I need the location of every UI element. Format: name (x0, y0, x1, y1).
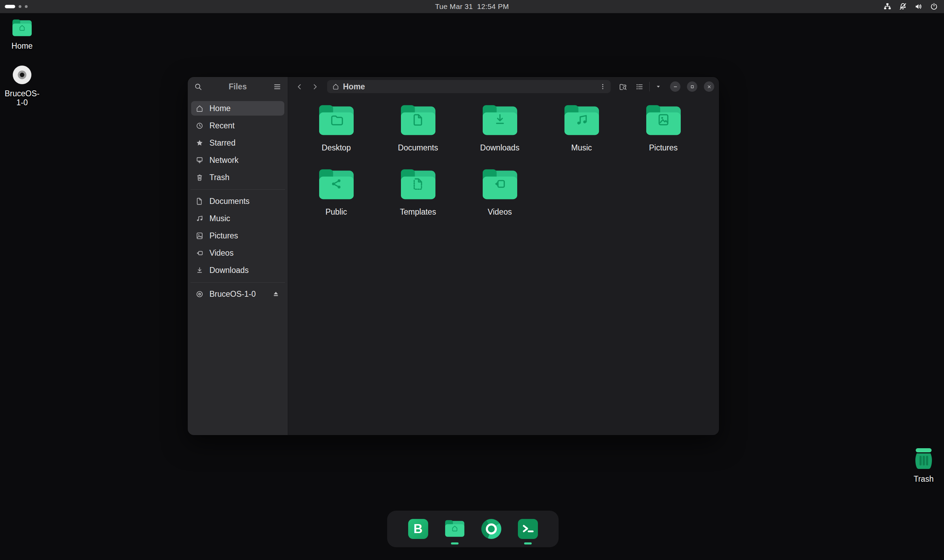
grid-item-public[interactable]: Public (295, 167, 377, 231)
list-view-button[interactable] (633, 80, 646, 93)
folder-folder-icon (317, 103, 357, 138)
desktop-icon-home[interactable]: Home (0, 18, 44, 50)
file-grid: Desktop Documents Downloads Music Pictur… (295, 103, 706, 231)
grid-item-label: Desktop (321, 143, 351, 152)
close-icon (706, 84, 712, 90)
desktop-icon-trash[interactable]: Trash (902, 448, 944, 483)
music-icon (195, 214, 204, 223)
top-bar: Tue Mar 31 12:54 PM (0, 0, 944, 13)
view-options-button[interactable] (653, 80, 664, 93)
sidebar-item-label: Recent (209, 121, 235, 131)
sidebar-item-pictures[interactable]: Pictures (191, 228, 284, 243)
notifications-muted-icon[interactable] (898, 2, 907, 11)
desktop: Tue Mar 31 12:54 PM Home BruceOS-1-0 (0, 0, 944, 560)
power-icon[interactable] (930, 2, 938, 11)
trash-full-icon (914, 448, 934, 472)
workspace-active-pill[interactable] (5, 5, 15, 8)
forward-button[interactable] (309, 80, 321, 93)
running-indicator (524, 542, 532, 545)
status-area[interactable] (883, 0, 941, 13)
sidebar-item-videos[interactable]: Videos (191, 246, 284, 260)
sidebar-item-label: Starred (209, 138, 235, 148)
back-button[interactable] (293, 80, 306, 93)
dock-item-bruceos-app[interactable]: B (408, 519, 428, 539)
disc-icon (195, 290, 204, 298)
desktop-icon-label: BruceOS-1-0 (3, 89, 41, 107)
grid-item-label: Pictures (649, 143, 678, 152)
sidebar-item-network[interactable]: Network (191, 153, 284, 167)
files-window: Files HomeRecentStarredNetworkTrash Docu… (188, 77, 719, 435)
content-pane: Home Desktop Documents Downloads (288, 77, 719, 435)
sidebar-separator (191, 282, 285, 283)
folder-document-icon (398, 103, 438, 138)
disc-icon (12, 65, 32, 86)
sidebar-item-trash[interactable]: Trash (191, 170, 284, 185)
home-icon (332, 83, 340, 91)
grid-item-templates[interactable]: Templates (377, 167, 459, 231)
chevron-down-icon (655, 83, 662, 90)
sidebar-item-label: Network (209, 155, 238, 165)
chevron-right-icon (311, 83, 319, 91)
sidebar-item-recent[interactable]: Recent (191, 118, 284, 133)
grid-item-desktop[interactable]: Desktop (295, 103, 377, 167)
search-folder-button[interactable] (616, 80, 629, 93)
browser-app-icon (481, 519, 501, 539)
current-location: Home (343, 82, 599, 91)
sidebar-item-documents[interactable]: Documents (191, 194, 284, 208)
clock-icon (195, 122, 204, 130)
location-menu-icon[interactable] (599, 83, 607, 91)
folder-image-icon (643, 103, 684, 138)
dock-item-files[interactable] (445, 519, 465, 539)
grid-item-label: Downloads (480, 143, 520, 152)
folder-download-icon (480, 103, 520, 138)
workspace-indicator[interactable] (5, 0, 28, 13)
menu-icon[interactable] (273, 83, 281, 91)
document-icon (195, 197, 204, 206)
sidebar: Files HomeRecentStarredNetworkTrash Docu… (188, 77, 288, 435)
minimize-button[interactable] (670, 82, 680, 92)
folder-video-icon (480, 167, 520, 203)
grid-item-videos[interactable]: Videos (459, 167, 541, 231)
network-icon[interactable] (883, 2, 892, 11)
chevron-left-icon (295, 83, 304, 91)
desktop-icon-bruceos-volume[interactable]: BruceOS-1-0 (0, 65, 44, 107)
sidebar-header: Files (188, 77, 288, 96)
sidebar-item-label: Home (209, 104, 231, 113)
sidebar-item-label: Downloads (209, 266, 249, 275)
sidebar-item-device[interactable]: BruceOS-1-0 (191, 287, 284, 301)
clock[interactable]: Tue Mar 31 12:54 PM (435, 0, 509, 13)
sidebar-item-music[interactable]: Music (191, 211, 284, 226)
sidebar-item-label: Pictures (209, 231, 238, 240)
maximize-icon (689, 84, 695, 90)
bruceos-app-icon: B (408, 519, 428, 539)
terminal-app-icon (518, 519, 538, 539)
eject-icon[interactable] (272, 290, 280, 298)
folder-template-icon (398, 167, 438, 203)
close-button[interactable] (704, 82, 714, 92)
sidebar-item-home[interactable]: Home (191, 101, 284, 115)
folder-search-icon (619, 83, 627, 91)
sidebar-item-starred[interactable]: Starred (191, 135, 284, 150)
grid-item-label: Videos (488, 208, 512, 217)
sidebar-item-label: Videos (209, 248, 234, 258)
files-app-icon (444, 518, 466, 539)
search-icon[interactable] (194, 83, 203, 91)
grid-item-documents[interactable]: Documents (377, 103, 459, 167)
trash-icon (195, 173, 204, 182)
path-bar[interactable]: Home (327, 80, 611, 93)
workspace-dot[interactable] (25, 5, 28, 8)
grid-item-pictures[interactable]: Pictures (623, 103, 704, 167)
sidebar-item-downloads[interactable]: Downloads (191, 263, 284, 277)
maximize-button[interactable] (687, 82, 697, 92)
list-view-icon (635, 83, 644, 91)
folder-music-icon (562, 103, 602, 138)
dock-item-browser[interactable] (481, 519, 501, 539)
grid-item-downloads[interactable]: Downloads (459, 103, 541, 167)
toolbar: Home (288, 77, 719, 96)
network-icon (195, 156, 204, 165)
dock-item-terminal[interactable] (518, 519, 538, 539)
grid-item-music[interactable]: Music (541, 103, 623, 167)
device-label: BruceOS-1-0 (209, 289, 256, 299)
volume-icon[interactable] (914, 2, 923, 11)
workspace-dot[interactable] (18, 5, 22, 8)
